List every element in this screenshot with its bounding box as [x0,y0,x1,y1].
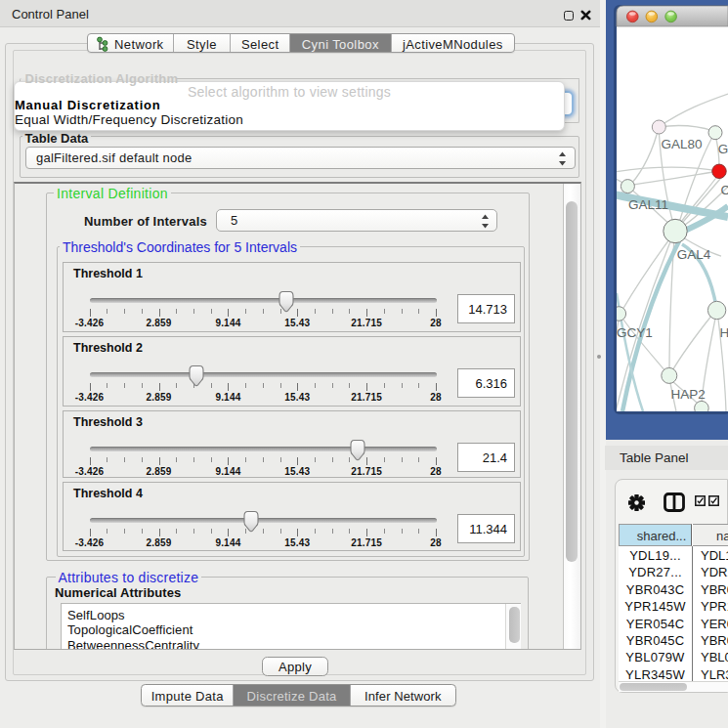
svg-text:GAL80: GAL80 [662,137,703,151]
svg-text:GCY1: GCY1 [617,325,653,340]
svg-text:GA: GA [718,142,728,156]
svg-text:C: C [721,183,728,197]
svg-text:GAL11: GAL11 [628,197,668,212]
svg-text:H: H [720,325,728,340]
svg-text:HAP2: HAP2 [671,387,706,402]
svg-text:GAL4: GAL4 [677,247,711,262]
